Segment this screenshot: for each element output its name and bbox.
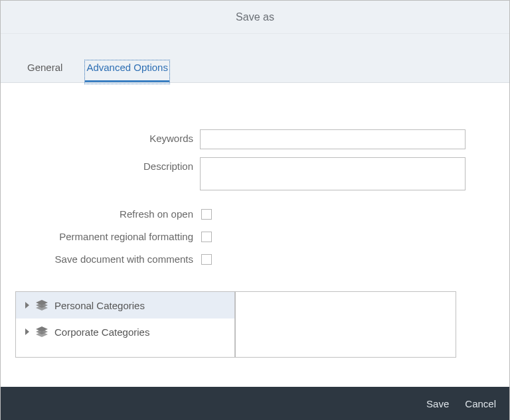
svg-marker-5 — [36, 332, 48, 337]
regional-formatting-checkbox[interactable] — [201, 232, 212, 242]
regional-formatting-label: Permanent regional formatting — [1, 228, 200, 242]
content-area: Keywords Description Refresh on open Per… — [1, 83, 509, 358]
categories-panel: Personal Categories Corporate Categories — [15, 291, 456, 358]
chevron-right-icon — [25, 328, 29, 335]
category-corporate[interactable]: Corporate Categories — [16, 318, 234, 345]
tab-general[interactable]: General — [27, 62, 62, 82]
category-stack-icon — [36, 326, 48, 337]
category-label: Personal Categories — [54, 300, 145, 311]
tab-bar: General Advanced Options — [1, 34, 509, 83]
keywords-input[interactable] — [200, 129, 466, 149]
cancel-button[interactable]: Cancel — [465, 398, 496, 409]
svg-marker-2 — [36, 305, 48, 311]
save-button[interactable]: Save — [426, 398, 449, 409]
refresh-on-open-checkbox[interactable] — [201, 209, 212, 220]
refresh-on-open-label: Refresh on open — [1, 205, 200, 220]
description-label: Description — [1, 157, 200, 172]
tab-advanced-options[interactable]: Advanced Options — [86, 62, 168, 82]
dialog-title: Save as — [236, 11, 274, 23]
categories-detail — [236, 292, 456, 357]
description-input[interactable] — [200, 157, 466, 190]
keywords-label: Keywords — [1, 129, 200, 144]
categories-tree: Personal Categories Corporate Categories — [16, 292, 236, 357]
save-with-comments-label: Save document with comments — [1, 250, 200, 265]
category-label: Corporate Categories — [54, 326, 149, 338]
save-with-comments-checkbox[interactable] — [201, 254, 212, 265]
dialog-header: Save as — [1, 1, 509, 34]
category-personal[interactable]: Personal Categories — [16, 292, 234, 318]
chevron-right-icon — [25, 302, 29, 309]
dialog-footer: Save Cancel — [1, 387, 509, 420]
category-stack-icon — [36, 300, 48, 311]
